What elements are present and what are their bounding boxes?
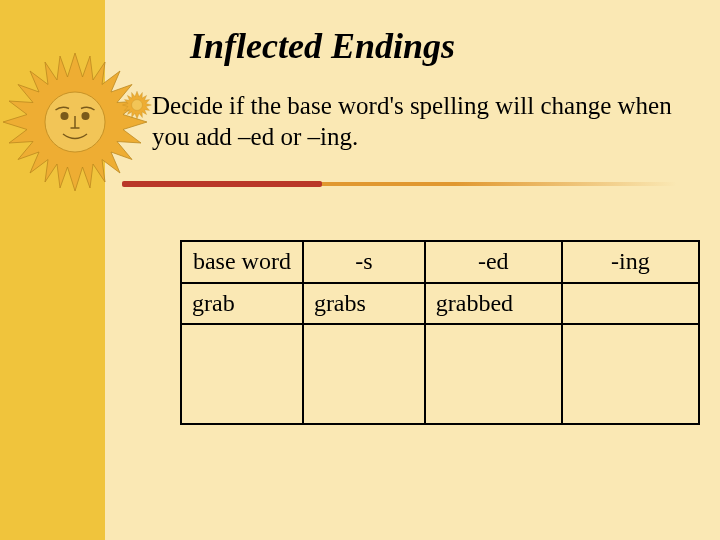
cell-empty: [303, 324, 425, 424]
cell-empty: [562, 324, 699, 424]
cell-s: grabs: [303, 283, 425, 324]
table-row: [181, 324, 699, 424]
svg-point-3: [132, 100, 143, 111]
col-header-ed: -ed: [425, 241, 562, 283]
cell-empty: [181, 324, 303, 424]
table-header-row: base word -s -ed -ing: [181, 241, 699, 283]
svg-point-2: [82, 113, 89, 120]
table-row: grab grabs grabbed: [181, 283, 699, 324]
sun-bullet-icon: [122, 90, 152, 120]
cell-empty: [425, 324, 562, 424]
col-header-base: base word: [181, 241, 303, 283]
sun-illustration-icon: [0, 47, 150, 197]
cell-base: grab: [181, 283, 303, 324]
cell-ing: [562, 283, 699, 324]
col-header-s: -s: [303, 241, 425, 283]
cell-ed: grabbed: [425, 283, 562, 324]
slide-subtitle: Decide if the base word's spelling will …: [152, 90, 682, 153]
inflection-table: base word -s -ed -ing grab grabs grabbed: [180, 240, 700, 425]
slide-title: Inflected Endings: [190, 25, 455, 67]
svg-point-1: [61, 113, 68, 120]
divider: [122, 182, 677, 196]
col-header-ing: -ing: [562, 241, 699, 283]
